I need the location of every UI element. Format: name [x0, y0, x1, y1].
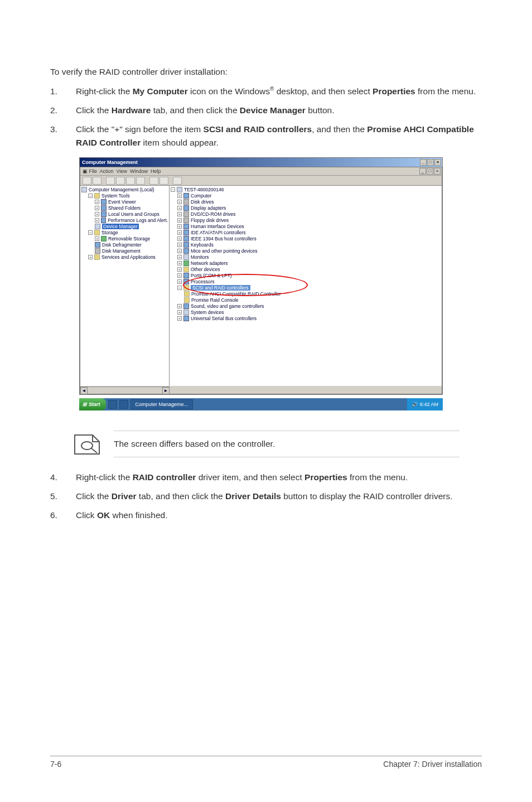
expand-icon[interactable]: + — [177, 304, 182, 308]
right-tree[interactable]: −TEST-4800200146 +Computer +Disk drives … — [170, 186, 442, 386]
expand-icon[interactable]: + — [95, 218, 99, 223]
maximize-button[interactable]: □ — [427, 159, 434, 166]
tree-label-scsi-selected[interactable]: SCSI and RAID controllers — [191, 285, 250, 291]
toolbar-back-button[interactable] — [83, 177, 91, 185]
expand-icon[interactable]: + — [177, 255, 182, 259]
tree-label[interactable]: Universal Serial Bus controllers — [191, 316, 257, 321]
tree-label[interactable]: Promise AHCI Compatible RAID Controller — [191, 291, 281, 297]
expand-icon[interactable]: + — [177, 316, 182, 321]
chapter-label: Chapter 7: Driver installation — [383, 760, 482, 769]
folder-icon — [94, 230, 100, 235]
toolbar-button[interactable] — [106, 177, 115, 185]
start-button[interactable]: ⊞Start — [79, 398, 106, 410]
menu-file[interactable]: File — [89, 168, 98, 174]
expand-icon[interactable]: + — [177, 206, 182, 210]
expand-icon[interactable]: + — [177, 273, 182, 278]
text: Click the "+" sign before the item — [76, 124, 204, 134]
tree-label[interactable]: IEEE 1394 Bus host controllers — [191, 236, 257, 241]
tree-label[interactable]: Computer Management (Local) — [89, 187, 154, 192]
toolbar-button[interactable] — [116, 177, 125, 185]
expand-icon[interactable]: + — [177, 261, 182, 265]
expand-icon[interactable]: + — [177, 249, 182, 253]
toolbar-button[interactable] — [173, 177, 182, 185]
step-number: 6. — [50, 509, 60, 522]
collapse-icon[interactable]: − — [88, 194, 93, 198]
expand-icon[interactable]: + — [177, 212, 182, 216]
titlebar[interactable]: Computer Management _ □ × — [80, 158, 442, 167]
tree-label[interactable]: Computer — [191, 193, 211, 199]
expand-icon[interactable]: + — [177, 267, 182, 272]
system-tray[interactable]: 🔊 6:42 AM — [407, 398, 443, 410]
tray-icon[interactable]: 🔊 — [412, 402, 418, 407]
tree-label[interactable]: Event Viewer — [108, 199, 136, 205]
tree-label[interactable]: Services and Applications — [101, 254, 156, 260]
tree-label[interactable]: Disk Management — [102, 248, 141, 254]
expand-icon[interactable]: + — [95, 212, 99, 216]
tree-label[interactable]: Ports (COM & LPT) — [191, 273, 232, 278]
expand-icon[interactable]: + — [177, 243, 182, 247]
inner-minimize-button[interactable]: _ — [419, 168, 426, 175]
inner-maximize-button[interactable]: □ — [427, 168, 433, 175]
minimize-button[interactable]: _ — [420, 159, 427, 166]
tree-label[interactable]: Sound, video and game controllers — [191, 303, 264, 309]
tree-label[interactable]: DVD/CD-ROM drives — [191, 211, 235, 217]
expand-icon[interactable]: + — [177, 236, 182, 241]
toolbar-button[interactable] — [149, 177, 158, 185]
left-tree[interactable]: Computer Management (Local) −System Tool… — [80, 186, 170, 386]
tree-label[interactable]: Disk drives — [191, 199, 214, 205]
step-number: 1. — [50, 85, 60, 98]
collapse-icon[interactable]: − — [88, 230, 93, 235]
collapse-icon[interactable]: − — [171, 187, 175, 192]
toolbar-button[interactable] — [136, 177, 145, 185]
taskbar-task[interactable]: Computer Manageme... — [130, 399, 194, 409]
expand-icon[interactable]: + — [177, 310, 182, 315]
item-icon — [183, 260, 189, 266]
tree-label[interactable]: Promise Raid Console — [191, 297, 239, 303]
tree-label[interactable]: Storage — [101, 230, 118, 235]
tree-label[interactable]: Keyboards — [191, 242, 214, 248]
expand-icon[interactable]: + — [177, 230, 182, 235]
page-footer: 7-6 Chapter 7: Driver installation — [50, 756, 482, 769]
tree-label[interactable]: Shared Folders — [108, 205, 141, 211]
tree-label[interactable]: Disk Defragmenter — [102, 242, 142, 248]
tree-label[interactable]: Mice and other pointing devices — [191, 248, 258, 254]
expand-icon[interactable]: + — [177, 200, 182, 204]
tree-label[interactable]: Display adapters — [191, 205, 226, 211]
text: when finished. — [110, 510, 167, 520]
tree-label[interactable]: Other devices — [191, 267, 220, 272]
expand-icon[interactable]: + — [95, 236, 99, 241]
tree-label[interactable]: Processors — [191, 279, 215, 284]
expand-icon[interactable]: + — [95, 206, 99, 210]
toolbar-button[interactable] — [126, 177, 135, 185]
tree-label[interactable]: System Tools — [101, 193, 129, 199]
toolbar-forward-button[interactable] — [93, 177, 101, 185]
inner-close-button[interactable]: × — [434, 168, 441, 175]
collapse-icon[interactable]: − — [177, 286, 182, 290]
tree-label[interactable]: Monitors — [191, 254, 209, 260]
quick-launch-button[interactable] — [108, 400, 117, 409]
expand-icon[interactable]: + — [177, 218, 182, 223]
tree-label[interactable]: IDE ATA/ATAPI controllers — [191, 230, 246, 235]
tree-label[interactable]: Floppy disk drives — [191, 218, 229, 223]
menu-window[interactable]: Window — [130, 168, 148, 174]
tree-label[interactable]: Local Users and Groups — [108, 211, 159, 217]
menu-help[interactable]: Help — [151, 168, 161, 174]
expand-icon[interactable]: + — [177, 224, 182, 229]
tree-label[interactable]: Human Interface Devices — [191, 224, 244, 229]
tree-label-selected[interactable]: Device Manager — [102, 224, 139, 229]
quick-launch-button[interactable] — [119, 400, 128, 409]
expand-icon[interactable]: + — [88, 255, 93, 259]
tree-label[interactable]: Performance Logs and Alert. — [108, 218, 168, 223]
tree-label[interactable]: Network adapters — [191, 260, 228, 266]
toolbar-button[interactable] — [159, 177, 168, 185]
menu-action[interactable]: Action — [100, 168, 114, 174]
expand-icon[interactable]: + — [177, 194, 182, 198]
tree-label[interactable]: System devices — [191, 310, 224, 315]
tree-label[interactable]: Removable Storage — [108, 236, 150, 241]
expand-icon[interactable]: + — [177, 279, 182, 284]
tree-label[interactable]: TEST-4800200146 — [184, 187, 224, 192]
expand-icon[interactable]: + — [95, 200, 99, 204]
close-button[interactable]: × — [434, 159, 441, 166]
menu-view[interactable]: View — [117, 168, 127, 174]
device-manager-icon — [95, 224, 100, 229]
